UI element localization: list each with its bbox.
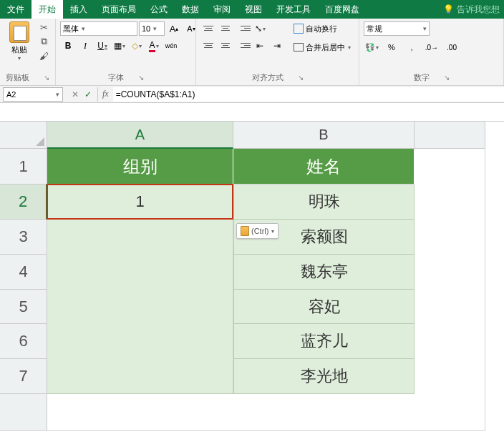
col-header-C[interactable] [415, 122, 485, 149]
tab-insert[interactable]: 插入 [63, 0, 94, 19]
paste-options-chip[interactable]: (Ctrl) ▾ [236, 223, 278, 239]
ribbon: 粘贴 ▾ 剪贴板↘ 黑体▾ 10▾ A▴ A▾ B I U▾ ▦▾ [0, 19, 504, 86]
percent-button[interactable]: % [384, 40, 399, 54]
decrease-decimal-button[interactable]: .00 [444, 40, 460, 54]
cell-A2[interactable]: 1 [47, 185, 233, 220]
tab-review[interactable]: 审阅 [206, 0, 238, 19]
fill-color-button[interactable]: ◇▾ [129, 39, 145, 53]
underline-label: U [97, 41, 104, 51]
formula-input[interactable] [113, 87, 504, 102]
dialog-launcher-icon[interactable]: ↘ [444, 74, 450, 82]
row-header-4[interactable]: 4 [0, 255, 47, 290]
tab-page-layout[interactable]: 页面布局 [94, 0, 143, 19]
phonetic-button[interactable]: wén [163, 39, 179, 53]
row-header-5[interactable]: 5 [0, 290, 47, 324]
cell-B6[interactable]: 蓝齐儿 [233, 324, 415, 359]
name-box[interactable]: A2▾ [3, 87, 63, 102]
chevron-down-icon: ▾ [56, 91, 59, 98]
font-name-combo[interactable]: 黑体▾ [60, 21, 137, 36]
chevron-down-icon: ▾ [348, 44, 351, 51]
number-format-combo[interactable]: 常规▾ [364, 21, 430, 36]
paste-button[interactable]: 粘贴 ▾ [4, 21, 34, 62]
paste-label: 粘贴 [11, 44, 27, 55]
cell-B2[interactable]: 明珠 [233, 185, 415, 220]
row-header-6[interactable]: 6 [0, 324, 47, 359]
row-header-2[interactable]: 2 [0, 185, 47, 220]
row-headers: 1 2 3 4 5 6 7 [0, 149, 47, 431]
tab-file[interactable]: 文件 [0, 0, 32, 19]
italic-button[interactable]: I [77, 39, 93, 53]
col-header-A[interactable]: A [47, 122, 233, 149]
tab-data[interactable]: 数据 [175, 0, 206, 19]
tab-baidu-disk[interactable]: 百度网盘 [318, 0, 367, 19]
select-all-corner[interactable] [0, 122, 47, 149]
font-size-combo[interactable]: 10▾ [139, 21, 165, 36]
chevron-down-icon: ▾ [122, 43, 125, 49]
chevron-down-icon: ▾ [376, 44, 379, 51]
row-header-1[interactable]: 1 [0, 149, 47, 185]
row-8-blank[interactable] [47, 394, 485, 431]
fx-icon[interactable]: fx [102, 89, 109, 99]
row-header-8[interactable] [0, 394, 47, 431]
chevron-down-icon: ▾ [105, 43, 107, 49]
bulb-icon: 💡 [443, 4, 454, 14]
align-middle-button[interactable] [218, 21, 233, 34]
worksheet-grid[interactable]: A B 1 2 3 4 5 6 7 组别 姓名 1 明珠 索额图 魏东亭 容妃 … [0, 122, 504, 447]
tell-me-label: 告诉我您想 [457, 4, 500, 16]
align-top-button[interactable] [200, 21, 216, 34]
increase-decimal-button[interactable]: .0→ [424, 40, 440, 54]
font-name-value: 黑体 [63, 24, 79, 34]
accounting-format-button[interactable]: 💱▾ [364, 40, 379, 54]
cell-B4[interactable]: 魏东亭 [233, 255, 415, 290]
tab-formulas[interactable]: 公式 [143, 0, 175, 19]
row-header-3[interactable]: 3 [0, 220, 47, 255]
copy-button[interactable] [37, 36, 51, 47]
align-bottom-button[interactable] [235, 21, 251, 34]
chevron-down-icon: ▾ [153, 25, 157, 32]
chevron-down-icon: ▾ [156, 43, 159, 49]
cell-B7[interactable]: 李光地 [233, 359, 415, 394]
decrease-indent-button[interactable]: ⇤ [252, 39, 268, 53]
chevron-down-icon: ▾ [423, 25, 427, 32]
dialog-launcher-icon[interactable]: ↘ [138, 74, 144, 82]
align-center-button[interactable] [218, 39, 233, 51]
group-label-number: 数字 [414, 72, 430, 83]
borders-button[interactable]: ▦▾ [112, 39, 127, 53]
tab-view[interactable]: 视图 [238, 0, 269, 19]
cell-A3-A7[interactable] [47, 220, 233, 394]
underline-button[interactable]: U▾ [94, 39, 110, 53]
increase-indent-button[interactable]: ⇥ [269, 39, 285, 53]
align-right-button[interactable] [235, 39, 251, 51]
paste-icon [241, 226, 249, 236]
wrap-text-button[interactable]: 自动换行 [291, 21, 354, 36]
enter-formula-button[interactable]: ✓ [84, 89, 92, 99]
group-font: 黑体▾ 10▾ A▴ A▾ B I U▾ ▦▾ ◇▾ A▾ wén 字体↘ [56, 19, 196, 85]
tab-home[interactable]: 开始 [32, 0, 63, 19]
dialog-launcher-icon[interactable]: ↘ [298, 74, 304, 82]
tell-me[interactable]: 💡 告诉我您想 [439, 0, 504, 19]
bold-button[interactable]: B [60, 39, 76, 53]
cell-A1[interactable]: 组别 [47, 149, 233, 185]
number-format-value: 常规 [367, 24, 382, 34]
comma-button[interactable]: , [404, 40, 420, 54]
paste-options-label: (Ctrl) [251, 227, 268, 235]
orientation-button[interactable]: ⤡▾ [252, 21, 268, 36]
font-color-button[interactable]: A▾ [146, 39, 162, 53]
cell-B1[interactable]: 姓名 [233, 149, 415, 185]
cell-C-blank[interactable] [415, 149, 485, 431]
dialog-launcher-icon[interactable]: ↘ [44, 74, 49, 82]
merge-center-button[interactable]: 合并后居中▾ [291, 40, 354, 54]
col-header-B[interactable]: B [233, 122, 415, 149]
cancel-formula-button[interactable]: ✕ [72, 89, 79, 99]
cell-B5[interactable]: 容妃 [233, 290, 415, 324]
formula-bar-expand [0, 103, 504, 122]
group-alignment: ⤡▾ ⇤ ⇥ 自动换行 合并后居中▾ 对齐方式↘ [196, 19, 359, 85]
align-left-button[interactable] [200, 39, 216, 51]
font-size-value: 10 [142, 24, 150, 33]
format-painter-button[interactable] [37, 50, 51, 62]
tab-developer[interactable]: 开发工具 [269, 0, 318, 19]
increase-font-button[interactable]: A▴ [166, 21, 182, 36]
row-header-7[interactable]: 7 [0, 359, 47, 394]
merge-label: 合并后居中 [306, 42, 345, 53]
cut-button[interactable] [37, 21, 51, 33]
